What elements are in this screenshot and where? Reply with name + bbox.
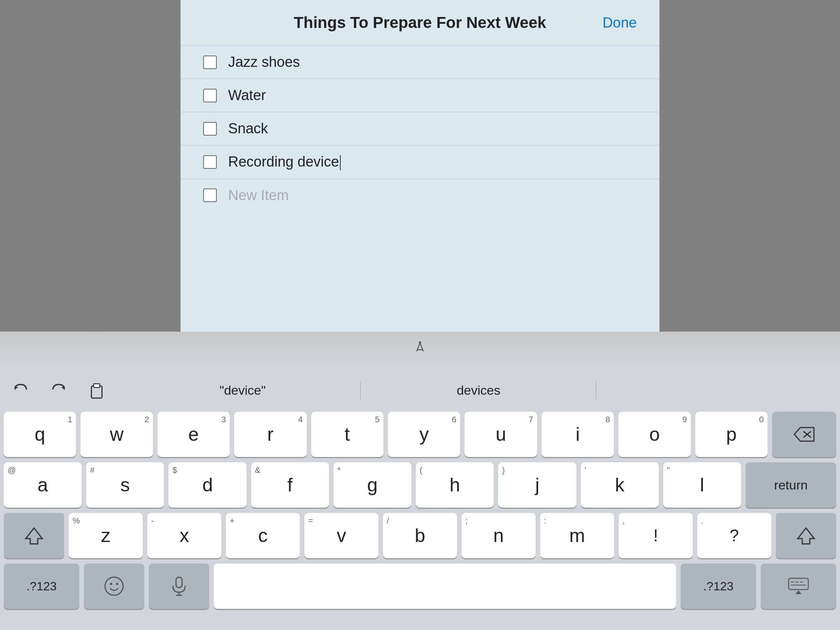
key-h[interactable]: (h <box>416 462 494 508</box>
suggestion-empty[interactable] <box>596 386 832 394</box>
delete-button[interactable] <box>772 412 836 457</box>
suggestions-bar: "device" devices <box>0 373 840 407</box>
key-d[interactable]: $d <box>169 462 246 508</box>
key-m[interactable]: :m <box>540 513 614 558</box>
key-row-2: @a #s $d &f *g (h )j 'k "l return <box>4 462 836 508</box>
undo-button[interactable] <box>8 377 34 403</box>
list-item-active: Recording device <box>180 145 660 178</box>
space-button[interactable] <box>214 564 676 609</box>
item-text-recording-device[interactable]: Recording device <box>228 154 341 171</box>
keyboard-rows: 1q 2w 3e 4r 5t 6y 7u 8i 9o 0p @a #s $d &… <box>0 412 840 609</box>
shift-right-button[interactable] <box>776 513 836 558</box>
checkbox-recording-device[interactable] <box>203 155 217 169</box>
svg-point-7 <box>105 577 123 595</box>
numbers-left-button[interactable]: .?123 <box>4 564 79 609</box>
text-cursor <box>340 155 341 171</box>
emoji-button[interactable] <box>84 564 144 609</box>
return-button[interactable]: return <box>745 462 836 508</box>
item-text-water[interactable]: Water <box>228 87 266 104</box>
key-z[interactable]: %z <box>69 513 143 558</box>
shift-left-button[interactable] <box>4 513 64 558</box>
svg-rect-13 <box>789 578 808 590</box>
svg-rect-2 <box>94 384 100 387</box>
item-text-jazz-shoes[interactable]: Jazz shoes <box>228 54 300 70</box>
svg-point-9 <box>116 583 118 585</box>
suggestion-devices[interactable]: devices <box>361 379 597 401</box>
note-title: Things To Prepare For Next Week <box>294 14 546 32</box>
key-o[interactable]: 9o <box>618 412 690 457</box>
checkbox-snack[interactable] <box>203 122 217 136</box>
checkbox-new-item[interactable] <box>203 188 217 202</box>
item-text-snack[interactable]: Snack <box>228 120 268 137</box>
checkbox-water[interactable] <box>203 89 217 103</box>
key-exclaim-comma[interactable]: ,! <box>619 513 693 558</box>
key-a[interactable]: @a <box>4 462 82 508</box>
key-i[interactable]: 8i <box>542 412 614 457</box>
key-t[interactable]: 5t <box>311 412 384 457</box>
svg-point-8 <box>110 583 112 585</box>
key-l[interactable]: "l <box>663 462 741 508</box>
item-text-new-item[interactable]: New Item <box>228 187 289 204</box>
done-button[interactable]: Done <box>602 15 637 31</box>
keyboard-separator <box>0 332 840 366</box>
key-n[interactable]: ;n <box>461 513 535 558</box>
key-u[interactable]: 7u <box>464 412 537 457</box>
keyboard-area: "device" devices 1q 2w 3e 4r 5t 6y 7u 8i… <box>0 366 840 630</box>
svg-rect-10 <box>176 577 182 588</box>
key-row-4: .?123 .?123 <box>4 564 836 609</box>
key-y[interactable]: 6y <box>388 412 460 457</box>
list-item: Water <box>180 79 660 112</box>
key-j[interactable]: )j <box>498 462 576 508</box>
key-row-1: 1q 2w 3e 4r 5t 6y 7u 8i 9o 0p <box>4 412 836 457</box>
key-b[interactable]: /b <box>383 513 457 558</box>
key-g[interactable]: *g <box>333 462 411 508</box>
key-c[interactable]: +c <box>226 513 300 558</box>
key-q[interactable]: 1q <box>4 412 76 457</box>
redo-button[interactable] <box>45 377 72 403</box>
numbers-right-button[interactable]: .?123 <box>681 564 756 609</box>
key-f[interactable]: &f <box>251 462 329 508</box>
svg-point-0 <box>419 341 421 344</box>
key-s[interactable]: #s <box>86 462 164 508</box>
note-header: Things To Prepare For Next Week Done <box>180 0 660 45</box>
drag-handle-icon <box>409 337 431 360</box>
clipboard-button[interactable] <box>83 377 109 403</box>
mic-button[interactable] <box>149 564 209 609</box>
checkbox-jazz-shoes[interactable] <box>203 55 217 69</box>
key-w[interactable]: 2w <box>81 412 153 457</box>
list-item-new: New Item <box>180 178 660 212</box>
key-e[interactable]: 3e <box>158 412 230 457</box>
suggestion-quoted[interactable]: "device" <box>125 379 361 401</box>
key-v[interactable]: =v <box>305 513 379 558</box>
autocomplete-suggestions: "device" devices <box>125 379 832 401</box>
key-row-3: %z -x +c =v /b ;n :m ,! .? <box>4 513 836 558</box>
hide-keyboard-button[interactable] <box>761 564 836 609</box>
key-question-period[interactable]: .? <box>697 513 771 558</box>
list-item: Snack <box>180 112 660 145</box>
svg-marker-18 <box>796 591 802 594</box>
key-x[interactable]: -x <box>147 513 221 558</box>
key-k[interactable]: 'k <box>581 462 659 508</box>
key-p[interactable]: 0p <box>695 412 767 457</box>
svg-marker-6 <box>798 528 814 544</box>
key-r[interactable]: 4r <box>234 412 306 457</box>
svg-marker-5 <box>26 528 42 544</box>
list-item: Jazz shoes <box>180 45 660 79</box>
